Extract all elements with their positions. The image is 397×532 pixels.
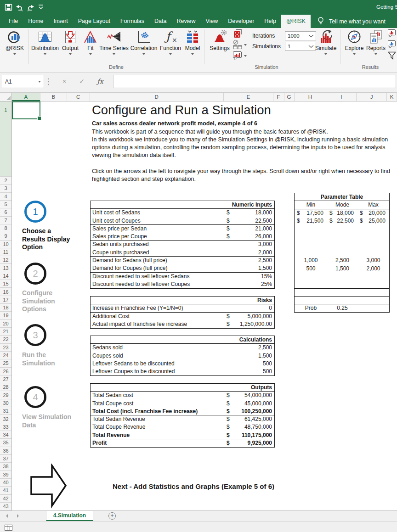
atrisk-button[interactable]: @RISK	[3, 29, 27, 56]
row-header-4[interactable]: 4	[0, 193, 11, 201]
row-header-42[interactable]: 42	[0, 495, 11, 503]
row-header-17[interactable]: 17	[0, 296, 11, 304]
ribbon-tab-home[interactable]: Home	[23, 15, 48, 28]
row-header-35[interactable]: 35	[0, 439, 11, 447]
row-header-18[interactable]: 18	[0, 304, 11, 312]
confirm-entry-icon[interactable]: ✓	[75, 75, 89, 88]
row-header-11[interactable]: 11	[0, 248, 11, 256]
row-header-36[interactable]: 36	[0, 447, 11, 455]
column-header-d[interactable]: D	[90, 93, 224, 101]
ribbon-button-settings[interactable]: Settings	[208, 29, 232, 52]
column-header-c[interactable]: C	[67, 93, 90, 101]
row-header-28[interactable]: 28	[0, 383, 11, 391]
column-header-a[interactable]: A	[12, 93, 40, 101]
selected-cell-a1[interactable]	[12, 101, 40, 119]
save-icon[interactable]	[5, 4, 12, 13]
ribbon-button-model[interactable]: Model	[182, 29, 203, 56]
row-header-23[interactable]: 23	[0, 344, 11, 352]
add-sheet-button[interactable]: +	[108, 512, 116, 520]
ribbon-tab-formulas[interactable]: Formulas	[115, 15, 149, 28]
ribbon-tab-developer[interactable]: Developer	[223, 15, 259, 28]
row-header-10[interactable]: 10	[0, 241, 11, 248]
row-header-14[interactable]: 14	[0, 272, 11, 280]
row-header-26[interactable]: 26	[0, 368, 11, 375]
cancel-entry-icon[interactable]: ×	[57, 75, 71, 88]
column-header-i[interactable]: I	[326, 93, 357, 101]
column-header-b[interactable]: B	[40, 93, 67, 101]
row-header-27[interactable]: 27	[0, 375, 11, 383]
tell-me-box[interactable]: Tell me what you want	[311, 15, 386, 28]
ribbon-button-reports[interactable]: Reports	[365, 29, 387, 56]
select-all-corner[interactable]	[0, 93, 12, 101]
row-header-38[interactable]: 38	[0, 463, 11, 470]
sheet-tab-4-simulation[interactable]: 4.Simulation	[46, 511, 93, 521]
ribbon-tab-insert[interactable]: Insert	[49, 15, 73, 28]
row-header-16[interactable]: 16	[0, 288, 11, 296]
next-step-arrow[interactable]	[23, 464, 69, 510]
row-header-24[interactable]: 24	[0, 352, 11, 359]
row-header-9[interactable]: 9	[0, 232, 11, 240]
row-header-29[interactable]: 29	[0, 391, 11, 399]
row-header-31[interactable]: 31	[0, 407, 11, 415]
row-header-25[interactable]: 25	[0, 359, 11, 367]
ribbon-button-correlation[interactable]: Correlation	[129, 29, 159, 56]
ribbon-button-output[interactable]: Output	[59, 29, 82, 56]
column-header-j[interactable]: J	[357, 93, 387, 101]
red-callout-button[interactable]	[387, 29, 397, 38]
iterations-select[interactable]: 1000	[285, 31, 316, 40]
row-header-3[interactable]: 3	[0, 185, 11, 192]
previous-sheet-icon[interactable]	[6, 514, 8, 518]
undo-icon[interactable]	[16, 4, 24, 13]
row-header-39[interactable]: 39	[0, 471, 11, 479]
blue-callout-button[interactable]	[387, 40, 397, 49]
customize-quick-access-icon[interactable]	[38, 4, 44, 12]
window-display-button[interactable]	[233, 40, 249, 50]
fill-handle[interactable]	[37, 116, 41, 120]
redo-icon[interactable]	[26, 4, 34, 13]
ribbon-button-time-series[interactable]: Time Series	[99, 29, 129, 56]
column-header-h[interactable]: H	[295, 93, 327, 101]
row-header-22[interactable]: 22	[0, 336, 11, 343]
column-header-f[interactable]: F	[273, 93, 284, 101]
row-header-30[interactable]: 30	[0, 399, 11, 407]
demo-mode-button[interactable]	[233, 51, 249, 62]
name-box[interactable]: A1	[1, 75, 44, 88]
ribbon-tab-data[interactable]: Data	[149, 15, 171, 28]
row-header-7[interactable]: 7	[0, 217, 11, 224]
row-header-43[interactable]: 43	[0, 503, 11, 510]
ribbon-button-explore[interactable]: Explore	[344, 29, 365, 56]
ribbon-button-function[interactable]: ƒ× Function	[159, 29, 182, 56]
filter-funnel-button[interactable]	[387, 51, 397, 60]
ribbon-tab-help[interactable]: Help	[259, 15, 281, 28]
insert-function-icon[interactable]: ƒx	[93, 75, 107, 88]
ribbon-button-distribution[interactable]: Distribution	[29, 29, 61, 56]
row-header-21[interactable]: 21	[0, 328, 11, 336]
formula-input[interactable]	[113, 75, 396, 88]
row-header-2[interactable]: 2	[0, 177, 11, 185]
simulations-select[interactable]: 1	[285, 42, 316, 51]
ribbon-tab-file[interactable]: File	[4, 15, 23, 28]
column-header-k[interactable]: K	[387, 93, 397, 101]
row-header-37[interactable]: 37	[0, 455, 11, 463]
row-header-5[interactable]: 5	[0, 201, 11, 208]
macro-record-icon[interactable]	[5, 524, 12, 532]
row-header-32[interactable]: 32	[0, 415, 11, 423]
column-header-g[interactable]: G	[284, 93, 295, 101]
ribbon-tab-pagelayout[interactable]: Page Layout	[73, 15, 115, 28]
column-header-e[interactable]: E	[224, 93, 273, 101]
row-header-20[interactable]: 20	[0, 320, 11, 328]
row-header-15[interactable]: 15	[0, 280, 11, 288]
row-header-19[interactable]: 19	[0, 312, 11, 319]
row-header-13[interactable]: 13	[0, 264, 11, 272]
row-header-34[interactable]: 34	[0, 431, 11, 439]
row-header-1[interactable]: 1	[0, 101, 11, 177]
row-header-33[interactable]: 33	[0, 423, 11, 431]
ribbon-button-fit[interactable]: Fit	[82, 29, 99, 56]
row-header-12[interactable]: 12	[0, 256, 11, 264]
ribbon-tab-review[interactable]: Review	[171, 15, 200, 28]
ribbon-tab-view[interactable]: View	[200, 15, 223, 28]
row-header-40[interactable]: 40	[0, 479, 11, 487]
ribbon-tab-risk[interactable]: @RISK	[281, 15, 311, 28]
next-sheet-icon[interactable]	[17, 514, 19, 518]
row-header-6[interactable]: 6	[0, 208, 11, 216]
